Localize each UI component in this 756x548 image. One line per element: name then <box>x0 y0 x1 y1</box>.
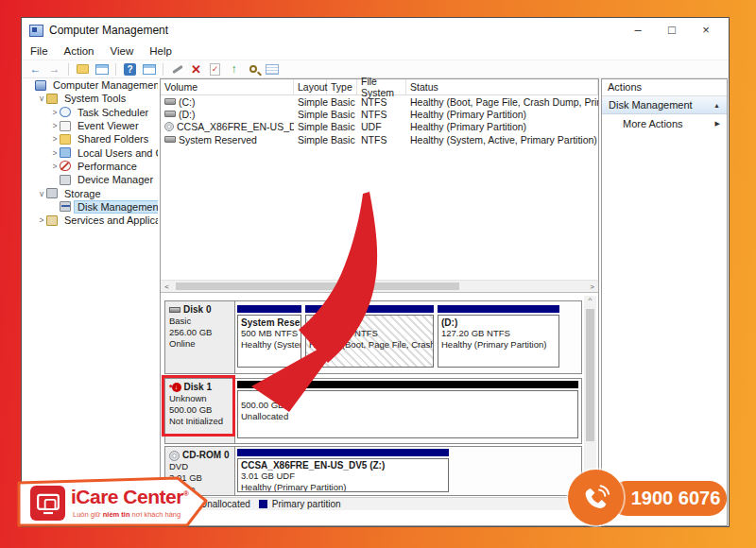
disk0-strip: System Reser 500 MB NTFS Healthy (Syster… <box>235 301 581 373</box>
sidebar-item-device-manager[interactable]: Device Manager <box>25 173 158 186</box>
system-tools-icon <box>46 94 58 104</box>
disk-icon <box>169 307 180 313</box>
cdrom0-row: CD-ROM 0 DVD 3.01 GB Online CCSA_X86FRE_… <box>164 446 582 496</box>
partition-system-reserved[interactable]: System Reser 500 MB NTFS Healthy (Syster <box>237 305 301 368</box>
forward-icon[interactable]: → <box>46 61 62 77</box>
horizontal-scrollbar[interactable]: < > <box>161 280 598 292</box>
volume-row-d[interactable]: (D:) Simple Basic NTFS Healthy (Primary … <box>161 108 598 120</box>
partition-unallocated[interactable]: 500.00 GB Unallocated <box>237 381 578 438</box>
performance-icon <box>60 161 71 171</box>
storage-icon <box>46 188 58 198</box>
volume-list-header: Volume Layout Type File System Status <box>161 79 598 95</box>
partition-legend: Unallocated Primary partition <box>161 497 598 510</box>
primary-partition-bar <box>237 449 449 456</box>
partition-d[interactable]: (D:) 127.20 GB NTFS Healthy (Primary Par… <box>438 305 559 368</box>
maximize-button[interactable]: □ <box>655 19 689 42</box>
disk0-row: Disk 0 Basic 256.00 GB Online System Res… <box>164 300 582 374</box>
scrollbar-thumb[interactable] <box>176 283 459 290</box>
volume-row-system-reserved[interactable]: System Reserved Simple Basic NTFS Health… <box>161 133 598 146</box>
delete-icon[interactable]: ✕ <box>188 61 204 77</box>
sidebar-item-storage[interactable]: v Storage <box>25 186 158 199</box>
scroll-right-icon[interactable]: > <box>586 283 598 291</box>
sidebar-item-system-tools[interactable]: v System Tools <box>25 92 158 105</box>
logo-tagline: Luôn giữ niềm tin nơi khách hàng <box>73 510 180 519</box>
menu-view[interactable]: View <box>111 45 134 57</box>
phone-icon <box>568 470 624 525</box>
primary-partition-bar <box>305 305 434 313</box>
menu-bar: File Action View Help <box>22 43 729 60</box>
more-actions-item[interactable]: More Actions ▶ <box>602 114 727 129</box>
unallocated-bar <box>237 381 578 388</box>
properties-icon[interactable] <box>264 61 280 77</box>
icare-monitor-icon <box>30 486 65 521</box>
title-bar: Computer Management – □ × <box>22 18 729 43</box>
scroll-up-icon[interactable]: ^ <box>589 296 593 304</box>
console-window-icon[interactable] <box>141 61 157 77</box>
menu-help[interactable]: Help <box>149 45 172 57</box>
device-manager-icon <box>60 175 71 185</box>
screenshot-canvas: Computer Management – □ × File Action Vi… <box>0 0 756 548</box>
cd-rom-icon <box>169 451 180 461</box>
column-layout[interactable]: Layout <box>294 79 327 94</box>
search-icon[interactable] <box>245 61 261 77</box>
primary-partition-swatch <box>259 500 267 508</box>
sidebar-item-local-users-groups[interactable]: > Local Users and Groups <box>25 146 158 159</box>
legend-primary-label: Primary partition <box>272 499 341 509</box>
services-icon <box>46 215 58 226</box>
toolbar-separator <box>115 63 116 76</box>
menu-action[interactable]: Action <box>64 45 94 57</box>
column-status[interactable]: Status <box>406 79 598 94</box>
sidebar-item-disk-management[interactable]: Disk Management <box>25 200 158 214</box>
expand-icon[interactable]: ▶ <box>715 120 720 128</box>
sidebar-item-event-viewer[interactable]: > Event Viewer <box>25 119 158 132</box>
disk0-label[interactable]: Disk 0 Basic 256.00 GB Online <box>165 301 235 373</box>
disk-management-pane: Volume Layout Type File System Status (C… <box>160 78 599 526</box>
sidebar-item-computer-management[interactable]: Computer Management (Local <box>25 78 158 92</box>
back-icon[interactable]: ← <box>27 61 43 77</box>
help-icon[interactable]: ? <box>122 61 138 77</box>
primary-partition-bar <box>237 305 301 313</box>
computer-management-app-icon <box>29 25 43 37</box>
collapse-icon[interactable]: ▲ <box>713 102 720 109</box>
close-button[interactable]: × <box>689 19 723 42</box>
task-scheduler-icon <box>60 107 71 117</box>
toolbar-separator <box>163 63 163 76</box>
event-viewer-icon <box>60 121 71 131</box>
sidebar-item-services-applications[interactable]: > Services and Applications <box>25 214 158 227</box>
sidebar-item-shared-folders[interactable]: > Shared Folders <box>25 132 158 146</box>
sidebar-item-task-scheduler[interactable]: > Task Scheduler <box>25 106 158 119</box>
volume-row-z[interactable]: CCSA_X86FRE_EN-US_DV5 (Z:) Simple Basic … <box>161 121 598 133</box>
wand-tool-icon[interactable] <box>169 61 185 77</box>
window-controls: – □ × <box>621 19 723 42</box>
scrollbar-thumb[interactable] <box>586 309 594 441</box>
partition-z[interactable]: CCSA_X86FRE_EN-US_DV5 (Z:) 3.01 GB UDF H… <box>237 449 449 492</box>
shared-folders-icon <box>60 134 71 145</box>
actions-group-disk-management[interactable]: Disk Management ▲ <box>602 96 727 114</box>
console-window-icon[interactable] <box>94 61 110 77</box>
export-folder-icon[interactable] <box>75 61 91 77</box>
partition-c[interactable]: (C:) 128.30 GB NTFS Healthy (Boot, Page … <box>305 305 434 368</box>
column-volume[interactable]: Volume <box>161 79 294 94</box>
actions-header: Actions <box>602 79 727 96</box>
vertical-scrollbar[interactable]: ^ <box>584 296 596 494</box>
hotline-badge: 1900 6076 <box>610 481 727 516</box>
primary-partition-bar <box>438 305 559 313</box>
cdrom0-strip: CCSA_X86FRE_EN-US_DV5 (Z:) 3.01 GB UDF H… <box>235 447 581 495</box>
logo-title: iCare Center® <box>71 486 188 508</box>
volume-drive-icon <box>164 111 176 117</box>
disk1-strip: 500.00 GB Unallocated <box>235 379 581 443</box>
scroll-left-icon[interactable]: < <box>161 283 173 291</box>
disk-management-icon <box>60 201 71 212</box>
sidebar-item-performance[interactable]: > Performance <box>25 160 158 173</box>
registered-mark: ® <box>183 489 188 498</box>
minimize-button[interactable]: – <box>621 19 655 42</box>
volume-drive-icon <box>164 98 176 105</box>
volume-row-c[interactable]: (C:) Simple Basic NTFS Healthy (Boot, Pa… <box>161 95 598 108</box>
column-type[interactable]: Type <box>327 79 357 94</box>
up-arrow-icon[interactable]: ↑ <box>226 61 242 77</box>
menu-file[interactable]: File <box>30 45 48 57</box>
users-icon <box>60 147 71 158</box>
column-file-system[interactable]: File System <box>357 79 406 94</box>
computer-management-window: Computer Management – □ × File Action Vi… <box>21 17 730 527</box>
check-document-icon[interactable]: ✓ <box>207 61 223 77</box>
